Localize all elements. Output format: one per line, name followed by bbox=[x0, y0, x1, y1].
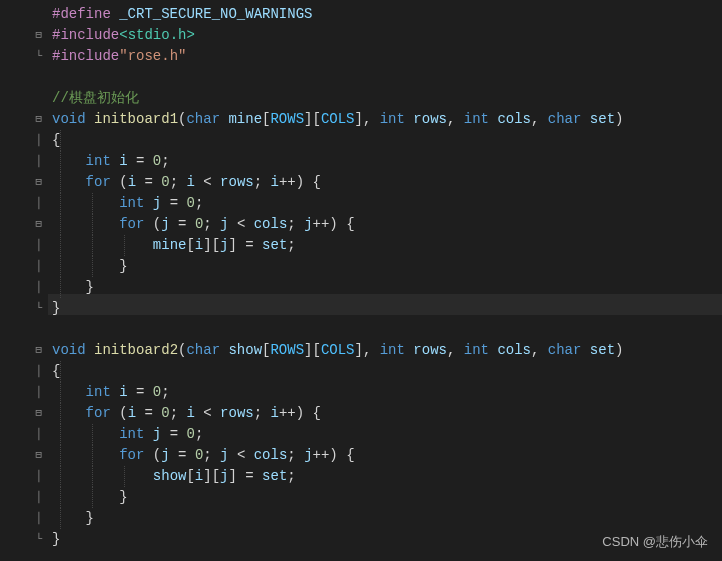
fold-marker: │ bbox=[0, 130, 48, 151]
code-line: int j = 0; bbox=[52, 193, 722, 214]
code-line: } bbox=[52, 487, 722, 508]
code-line: //棋盘初始化 bbox=[52, 88, 722, 109]
fold-marker: │ bbox=[0, 235, 48, 256]
fold-marker: │ bbox=[0, 487, 48, 508]
code-line: #include"rose.h" bbox=[52, 46, 722, 67]
fold-marker: └ bbox=[0, 46, 48, 67]
fold-marker bbox=[0, 88, 48, 109]
fold-marker: │ bbox=[0, 277, 48, 298]
fold-marker: └ bbox=[0, 529, 48, 550]
fold-marker[interactable]: ⊟ bbox=[0, 403, 48, 424]
fold-marker: │ bbox=[0, 508, 48, 529]
fold-marker: │ bbox=[0, 466, 48, 487]
fold-marker bbox=[0, 319, 48, 340]
code-line: #include<stdio.h> bbox=[52, 25, 722, 46]
fold-marker bbox=[0, 67, 48, 88]
fold-marker: │ bbox=[0, 382, 48, 403]
fold-marker: │ bbox=[0, 193, 48, 214]
code-line: } bbox=[52, 298, 722, 319]
fold-marker: └ bbox=[0, 298, 48, 319]
code-line: for (j = 0; j < cols; j++) { bbox=[52, 445, 722, 466]
fold-gutter: ⊟ └ ⊟ │ │ ⊟ │ ⊟ │ │ │ └ ⊟ │ │ ⊟ │ ⊟ │ │ … bbox=[0, 0, 48, 561]
code-line: void initboard1(char mine[ROWS][COLS], i… bbox=[52, 109, 722, 130]
code-line: for (i = 0; i < rows; i++) { bbox=[52, 172, 722, 193]
fold-marker[interactable]: ⊟ bbox=[0, 109, 48, 130]
fold-marker: │ bbox=[0, 256, 48, 277]
fold-marker[interactable]: ⊟ bbox=[0, 214, 48, 235]
fold-marker[interactable]: ⊟ bbox=[0, 445, 48, 466]
code-line: { bbox=[52, 130, 722, 151]
code-line: int i = 0; bbox=[52, 382, 722, 403]
code-line: for (i = 0; i < rows; i++) { bbox=[52, 403, 722, 424]
fold-marker: │ bbox=[0, 424, 48, 445]
code-area[interactable]: #define _CRT_SECURE_NO_WARNINGS #include… bbox=[48, 0, 722, 561]
code-line: } bbox=[52, 277, 722, 298]
code-line: int i = 0; bbox=[52, 151, 722, 172]
code-line: void initboard2(char show[ROWS][COLS], i… bbox=[52, 340, 722, 361]
code-line: show[i][j] = set; bbox=[52, 466, 722, 487]
code-line: int j = 0; bbox=[52, 424, 722, 445]
fold-marker: │ bbox=[0, 361, 48, 382]
fold-marker[interactable]: ⊟ bbox=[0, 340, 48, 361]
fold-marker: │ bbox=[0, 151, 48, 172]
fold-marker[interactable]: ⊟ bbox=[0, 25, 48, 46]
code-line: { bbox=[52, 361, 722, 382]
code-line: for (j = 0; j < cols; j++) { bbox=[52, 214, 722, 235]
code-line: } bbox=[52, 508, 722, 529]
code-line: } bbox=[52, 256, 722, 277]
code-line: mine[i][j] = set; bbox=[52, 235, 722, 256]
code-line bbox=[52, 67, 722, 88]
code-line: #define _CRT_SECURE_NO_WARNINGS bbox=[52, 4, 722, 25]
fold-marker[interactable]: ⊟ bbox=[0, 172, 48, 193]
code-line bbox=[52, 319, 722, 340]
fold-marker bbox=[0, 4, 48, 25]
watermark: CSDN @悲伤小伞 bbox=[602, 533, 708, 551]
code-editor[interactable]: ⊟ └ ⊟ │ │ ⊟ │ ⊟ │ │ │ └ ⊟ │ │ ⊟ │ ⊟ │ │ … bbox=[0, 0, 722, 561]
